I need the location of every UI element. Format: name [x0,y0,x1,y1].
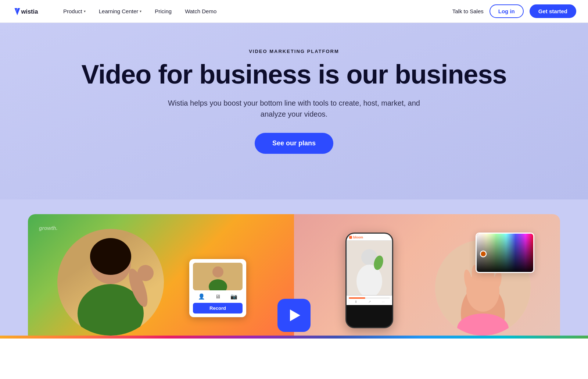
nav-learning-center[interactable]: Learning Center ▾ [92,0,148,23]
logo[interactable]: wistia [12,6,45,17]
chevron-down-icon: ▾ [140,9,141,13]
hero-subheadline: Wistia helps you boost your bottom line … [154,98,434,120]
navbar: wistia Product ▾ Learning Center ▾ Prici… [0,0,588,23]
video-right-panel: bloom ⏸ ↗ ··· [294,214,560,336]
nav-pricing[interactable]: Pricing [148,0,178,23]
hero-eyebrow: VIDEO MARKETING PLATFORM [15,49,573,54]
svg-marker-0 [15,8,20,15]
record-button[interactable]: Record [193,303,243,314]
nav-watch-demo[interactable]: Watch Demo [178,0,223,23]
bottom-rainbow-bar [0,336,588,339]
get-started-button[interactable]: Get started [530,4,576,18]
bloom-logo-icon [349,236,352,239]
record-widget-icons: 👤 🖥 📷 [193,293,243,300]
svg-point-8 [212,266,223,277]
svg-point-6 [137,265,154,281]
navbar-right: Talk to Sales Log in Get started [452,4,576,18]
record-widget: 👤 🖥 📷 Record [189,259,246,317]
presenter-circle [57,229,164,336]
background-text: growth. [39,225,58,231]
screen-icon: 🖥 [215,293,220,300]
play-triangle-icon [290,309,300,321]
nav-product[interactable]: Product ▾ [57,0,92,23]
hero-headline: Video for business is our business [15,61,573,89]
login-button[interactable]: Log in [490,4,524,18]
phone-mockup: bloom ⏸ ↗ ··· [345,233,393,328]
play-button[interactable] [277,299,311,332]
talk-to-sales-link[interactable]: Talk to Sales [452,8,484,14]
video-section: growth. 👤 🖥 📷 Record [0,199,588,336]
svg-point-3 [90,238,131,275]
chevron-down-icon: ▾ [84,9,86,13]
person-icon: 👤 [198,293,205,300]
video-left-panel: growth. 👤 🖥 📷 Record [28,214,294,336]
cta-button[interactable]: See our plans [255,133,333,154]
pause-icon: ⏸ [354,300,358,304]
color-picker-widget [476,233,534,273]
svg-point-26 [480,251,486,257]
more-icon: ··· [382,300,385,304]
camera-icon: 📷 [230,293,237,300]
bloom-logo-text: bloom [353,235,363,239]
hero-section: VIDEO MARKETING PLATFORM Video for busin… [0,23,588,199]
svg-text:wistia: wistia [21,8,39,15]
main-nav: Product ▾ Learning Center ▾ Pricing Watc… [57,0,452,23]
share-icon: ↗ [368,300,371,304]
